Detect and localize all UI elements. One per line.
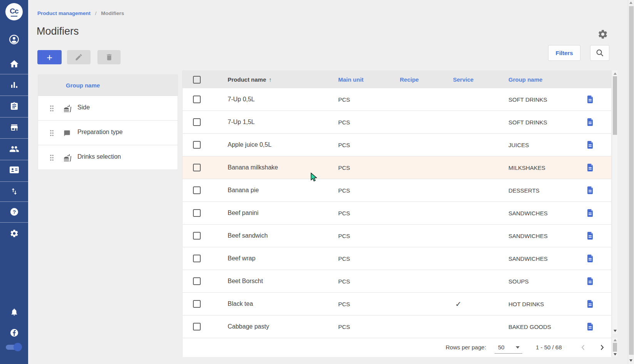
filters-button[interactable]: Filters: [548, 45, 580, 61]
table-vertical-scrollbar[interactable]: [612, 70, 617, 334]
breadcrumb-parent-link[interactable]: Product management: [37, 10, 91, 16]
column-header-main-unit[interactable]: Main unit: [338, 71, 364, 88]
sidebar-item-reports[interactable]: [0, 76, 28, 93]
sidebar-item-facebook[interactable]: [0, 324, 28, 341]
table-row[interactable]: Beef wrap PCS SANDWICHES: [183, 247, 611, 270]
table-row[interactable]: Cabbage pasty PCS BAKED GOODS: [183, 315, 611, 338]
row-checkbox[interactable]: [193, 118, 201, 126]
sidebar-item-staff[interactable]: [0, 161, 28, 178]
document-icon[interactable]: [585, 163, 595, 173]
next-page-button[interactable]: [597, 343, 607, 352]
service-cell: [453, 270, 455, 292]
table-settings-button[interactable]: [597, 29, 608, 40]
column-header-service[interactable]: Service: [453, 71, 473, 88]
main-unit-cell: PCS: [338, 247, 350, 270]
drag-handle-icon[interactable]: [50, 105, 54, 113]
row-checkbox[interactable]: [193, 232, 201, 240]
service-cell: [453, 156, 455, 179]
search-button[interactable]: [590, 45, 609, 61]
main-unit-cell: PCS: [338, 156, 350, 179]
document-icon[interactable]: [585, 231, 595, 241]
document-icon[interactable]: [585, 299, 595, 309]
table-row[interactable]: Beef sandwich PCS SANDWICHES: [183, 225, 611, 247]
clipboard-icon: [10, 102, 19, 111]
delete-button[interactable]: [97, 50, 121, 64]
document-icon[interactable]: [585, 208, 595, 218]
document-icon[interactable]: [585, 94, 595, 104]
store-icon: [10, 123, 19, 132]
row-checkbox[interactable]: [193, 186, 201, 194]
edit-button[interactable]: [67, 50, 91, 64]
sidebar-item-product-management[interactable]: [0, 98, 28, 115]
sidebar-item-home[interactable]: [0, 55, 28, 72]
row-checkbox[interactable]: [193, 255, 201, 262]
table-row[interactable]: 7-Up 0,5L PCS SOFT DRINKS: [183, 88, 611, 111]
sidebar-item-store[interactable]: [0, 119, 28, 136]
document-icon[interactable]: [585, 276, 595, 286]
row-checkbox[interactable]: [193, 300, 201, 308]
document-icon[interactable]: [585, 185, 595, 195]
table-row[interactable]: 7-Up 1,5L PCS SOFT DRINKS: [183, 111, 611, 134]
table-row-highlighted[interactable]: Banana milkshake PCS MILKSHAKES: [183, 156, 611, 179]
add-button[interactable]: +: [37, 50, 62, 64]
page-scrollbar-thumb[interactable]: [629, 6, 634, 355]
row-checkbox[interactable]: [193, 141, 201, 149]
app-logo[interactable]: Cc: [5, 3, 23, 20]
row-checkbox[interactable]: [193, 164, 201, 171]
table-row[interactable]: Black tea PCS ✓ HOT DRINKS: [183, 293, 611, 315]
row-checkbox[interactable]: [193, 277, 201, 285]
row-checkbox[interactable]: [193, 323, 201, 330]
column-header-product-name[interactable]: Product name ↑: [228, 71, 272, 88]
footer-scrollbar[interactable]: [612, 338, 617, 357]
product-name-cell: Beef panini: [228, 202, 258, 224]
sidebar-item-account[interactable]: [0, 31, 28, 48]
row-checkbox[interactable]: [193, 96, 201, 103]
column-header-group-name[interactable]: Group name: [508, 71, 542, 88]
table-row[interactable]: Beet Borscht PCS SOUPS: [183, 270, 611, 293]
product-name-cell: 7-Up 1,5L: [228, 111, 255, 133]
fastfood-icon: [64, 154, 72, 163]
page-vertical-scrollbar[interactable]: [628, 0, 634, 364]
table-row[interactable]: Banana pie PCS DESSERTS: [183, 179, 611, 202]
select-all-checkbox[interactable]: [193, 76, 201, 84]
theme-toggle-switch[interactable]: [5, 343, 22, 351]
group-row-preparation-type[interactable]: Preparation type: [38, 120, 178, 145]
fastfood-icon: [64, 104, 72, 114]
modifier-groups-panel: Group name Side Preparation type Drinks …: [38, 74, 178, 170]
trash-icon: [105, 53, 113, 61]
group-row-drinks-selection[interactable]: Drinks selection: [38, 145, 178, 169]
sidebar-item-customers[interactable]: [0, 141, 28, 158]
document-icon[interactable]: [585, 140, 595, 150]
table-scrollbar-thumb[interactable]: [613, 76, 617, 135]
drag-handle-icon[interactable]: [50, 154, 54, 163]
sidebar-item-help[interactable]: ?: [0, 203, 28, 220]
group-panel-header: Group name: [38, 75, 178, 96]
document-icon[interactable]: [585, 117, 595, 127]
column-header-recipe[interactable]: Recipe: [400, 71, 419, 88]
table-row[interactable]: Beef panini PCS SANDWICHES: [183, 202, 611, 225]
drag-handle-icon[interactable]: [50, 130, 54, 138]
bar-chart-icon: [10, 80, 19, 89]
breadcrumb: Product management / Modifiers: [37, 10, 124, 16]
table-row[interactable]: Apple juice 0,5L PCS JUICES: [183, 134, 611, 156]
breadcrumb-current: Modifiers: [101, 10, 124, 16]
footer-scrollbar-thumb[interactable]: [613, 343, 617, 352]
group-name-cell: SOFT DRINKS: [508, 88, 547, 111]
settings-gear-icon: [10, 229, 19, 238]
service-cell: [453, 247, 455, 270]
service-cell: [453, 315, 455, 338]
service-cell: [453, 111, 455, 133]
sidebar-item-settings[interactable]: [0, 225, 28, 242]
previous-page-button[interactable]: [579, 343, 588, 352]
document-icon[interactable]: [585, 253, 595, 263]
group-name-cell: SOFT DRINKS: [508, 111, 547, 133]
chevron-down-icon: [516, 346, 520, 349]
rows-per-page-select[interactable]: 50: [495, 341, 522, 354]
sidebar-item-transactions[interactable]: [0, 183, 28, 200]
row-checkbox[interactable]: [193, 209, 201, 217]
sidebar-item-notifications[interactable]: [0, 304, 28, 320]
group-name-cell: HOT DRINKS: [508, 293, 544, 315]
document-icon[interactable]: [585, 322, 595, 332]
sort-ascending-icon: ↑: [269, 76, 272, 83]
group-row-side[interactable]: Side: [38, 96, 178, 120]
